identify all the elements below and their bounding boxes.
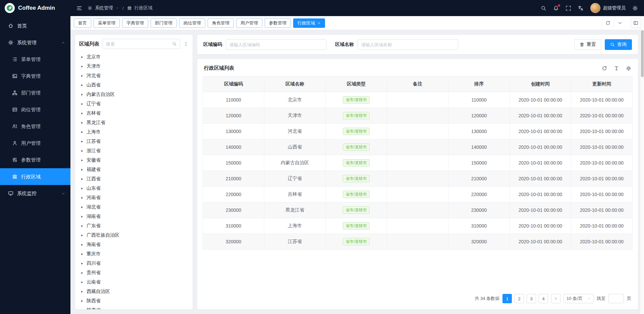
caret-right-icon[interactable] — [80, 121, 84, 125]
sidebar-item-dict-mgmt[interactable]: 字典管理 — [0, 68, 70, 84]
tree-node[interactable]: 湖南省 — [79, 212, 189, 221]
caret-right-icon[interactable] — [80, 168, 84, 172]
page-button-2[interactable]: 2 — [515, 294, 524, 303]
tab-user-mgmt[interactable]: 用户管理 — [236, 18, 262, 28]
settings-gear-icon[interactable] — [632, 5, 638, 11]
caret-right-icon[interactable] — [80, 149, 84, 153]
caret-right-icon[interactable] — [80, 74, 84, 78]
tree-node[interactable]: 海南省 — [79, 240, 189, 249]
tree-node[interactable]: 贵州省 — [79, 268, 189, 277]
tree-node[interactable]: 北京市 — [79, 52, 189, 62]
tab-param-mgmt[interactable]: 参数管理 — [265, 18, 291, 28]
caret-right-icon[interactable] — [80, 299, 84, 303]
tab-role-mgmt[interactable]: 角色管理 — [208, 18, 234, 28]
sidebar-item-home[interactable]: 首页 — [0, 17, 70, 34]
next-page-button[interactable] — [551, 294, 560, 303]
sidebar-item-menu-mgmt[interactable]: 菜单管理 — [0, 51, 70, 68]
tab-dept-mgmt[interactable]: 部门管理 — [151, 18, 177, 28]
region-name-input[interactable] — [358, 39, 458, 50]
caret-right-icon[interactable] — [80, 280, 84, 284]
table-row[interactable]: 130000河北省省市/直辖市1300002020-10-01 00:00:00… — [203, 124, 633, 139]
caret-right-icon[interactable] — [80, 215, 84, 218]
tree-node[interactable]: 四川省 — [79, 259, 189, 268]
caret-right-icon[interactable] — [80, 271, 84, 275]
tab-home[interactable]: 首页 — [74, 18, 91, 28]
page-size-select[interactable]: 10 条/页 — [564, 294, 594, 303]
tree-node[interactable]: 西藏自治区 — [79, 287, 189, 296]
translate-icon[interactable] — [578, 5, 584, 11]
density-icon[interactable] — [614, 66, 619, 71]
tab-options-chevron-icon[interactable] — [614, 18, 626, 28]
tree-node[interactable]: 甘肃省 — [79, 306, 189, 309]
caret-right-icon[interactable] — [80, 309, 84, 310]
tab-menu-mgmt[interactable]: 菜单管理 — [94, 18, 120, 28]
reset-button[interactable]: 重置 — [574, 39, 601, 50]
tree-node[interactable]: 吉林省 — [79, 109, 189, 118]
column-settings-icon[interactable] — [626, 66, 631, 71]
caret-right-icon[interactable] — [80, 290, 84, 294]
tree-node[interactable]: 内蒙古自治区 — [79, 90, 189, 99]
tree-search-input[interactable] — [106, 42, 170, 47]
tree-node[interactable]: 广东省 — [79, 221, 189, 231]
caret-right-icon[interactable] — [80, 187, 84, 190]
tree-node[interactable]: 福建省 — [79, 165, 189, 174]
sidebar-item-role-mgmt[interactable]: 角色管理 — [0, 118, 70, 135]
caret-right-icon[interactable] — [80, 140, 84, 143]
sidebar-item-param-mgmt[interactable]: 参数管理 — [0, 151, 70, 168]
table-row[interactable]: 140000山西省省市/直辖市1400002020-10-01 00:00:00… — [203, 139, 633, 155]
caret-right-icon[interactable] — [80, 196, 84, 200]
notification-bell-icon[interactable] — [553, 5, 559, 11]
tree-node[interactable]: 广西壮族自治区 — [79, 231, 189, 240]
page-scrollbar[interactable] — [640, 16, 644, 314]
tree-node[interactable]: 黑龙江省 — [79, 118, 189, 127]
sidebar-item-region[interactable]: 行政区域 — [0, 168, 70, 185]
tree-node[interactable]: 山东省 — [79, 184, 189, 193]
table-row[interactable]: 150000内蒙古自治区省市/直辖市1500002020-10-01 00:00… — [203, 155, 633, 171]
caret-right-icon[interactable] — [80, 102, 84, 106]
region-code-input[interactable] — [226, 39, 326, 50]
tree-node[interactable]: 山西省 — [79, 80, 189, 90]
caret-right-icon[interactable] — [80, 65, 84, 68]
tree-node[interactable]: 陕西省 — [79, 296, 189, 306]
caret-right-icon[interactable] — [80, 234, 84, 237]
breadcrumb-section[interactable]: 系统管理 — [95, 5, 113, 11]
tree-node[interactable]: 河南省 — [79, 193, 189, 202]
refresh-tab-icon[interactable] — [602, 18, 614, 28]
sidebar-collapse-icon[interactable] — [76, 5, 82, 11]
layout-toggle-icon[interactable] — [631, 18, 641, 28]
tree-node[interactable]: 湖北省 — [79, 202, 189, 212]
table-row[interactable]: 120000天津市省市/直辖市1200002020-10-01 00:00:00… — [203, 108, 633, 124]
caret-right-icon[interactable] — [80, 83, 84, 87]
fullscreen-icon[interactable] — [566, 5, 571, 11]
tree-node[interactable]: 河北省 — [79, 71, 189, 80]
caret-right-icon[interactable] — [80, 243, 84, 247]
caret-right-icon[interactable] — [80, 252, 84, 256]
caret-right-icon[interactable] — [80, 130, 84, 134]
search-icon[interactable] — [172, 42, 177, 46]
caret-right-icon[interactable] — [80, 205, 84, 209]
sidebar-item-user-mgmt[interactable]: 用户管理 — [0, 135, 70, 151]
page-button-1[interactable]: 1 — [502, 294, 512, 303]
table-row[interactable]: 230000黑龙江省省市/直辖市2300002020-10-01 00:00:0… — [203, 202, 633, 218]
tree-node[interactable]: 辽宁省 — [79, 99, 189, 109]
tree-node[interactable]: 上海市 — [79, 127, 189, 137]
caret-right-icon[interactable] — [80, 262, 84, 265]
jump-page-input[interactable] — [608, 294, 624, 303]
caret-right-icon[interactable] — [80, 55, 84, 59]
caret-right-icon[interactable] — [80, 224, 84, 228]
caret-right-icon[interactable] — [80, 112, 84, 115]
sidebar-item-monitor[interactable]: 系统监控 — [0, 185, 70, 202]
table-row[interactable]: 110000北京市省市/直辖市1100002020-10-01 00:00:00… — [203, 92, 633, 108]
tree-node[interactable]: 安徽省 — [79, 155, 189, 165]
table-row[interactable]: 310000上海市省市/直辖市3100002020-10-01 00:00:00… — [203, 218, 633, 234]
tab-post-mgmt[interactable]: 岗位管理 — [179, 18, 205, 28]
caret-right-icon[interactable] — [80, 177, 84, 181]
table-row[interactable]: 320000江苏省省市/直辖市3200002020-10-01 00:00:00… — [203, 234, 633, 250]
tree-node[interactable]: 云南省 — [79, 277, 189, 287]
page-button-3[interactable]: 3 — [527, 294, 536, 303]
query-button[interactable]: 查询 — [605, 39, 632, 50]
tree-node[interactable]: 重庆市 — [79, 249, 189, 259]
scrollbar-thumb[interactable] — [641, 30, 644, 77]
user-menu[interactable]: 超级管理员 — [590, 3, 626, 13]
sidebar-item-dept-mgmt[interactable]: 部门管理 — [0, 84, 70, 101]
